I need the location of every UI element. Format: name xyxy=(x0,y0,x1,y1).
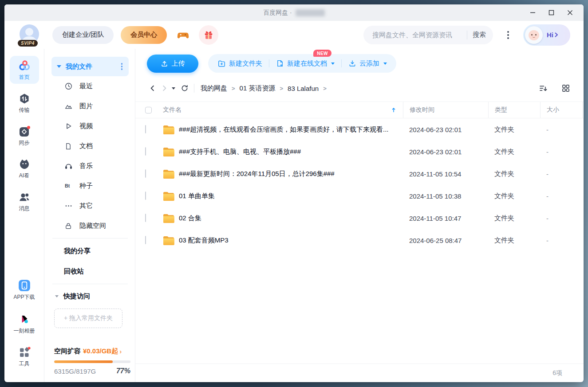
sidebar-item-recycle-bin[interactable]: 回收站 xyxy=(51,261,129,281)
column-size[interactable]: 大小 xyxy=(540,102,583,118)
doc-icon xyxy=(64,142,73,150)
sidebar-category[interactable]: 最近 xyxy=(51,76,129,96)
file-name[interactable]: 03 配套音频MP3 xyxy=(179,236,403,245)
rail-item[interactable]: 同步 xyxy=(10,122,39,149)
table-row[interactable]: 03 配套音频MP3 2024-06-25 08:47 文件夹 - xyxy=(135,229,584,251)
sidebar-category[interactable]: 图片 xyxy=(51,96,129,116)
chevron-right-icon: › xyxy=(119,348,122,355)
rail-item[interactable]: 消息 xyxy=(10,188,39,215)
column-type[interactable]: 类型 xyxy=(488,102,540,118)
my-files-menu-icon[interactable] xyxy=(119,61,125,72)
row-checkbox[interactable] xyxy=(145,125,146,133)
row-checkbox[interactable] xyxy=(145,147,146,156)
file-type: 文件夹 xyxy=(488,236,540,245)
maximize-button[interactable] xyxy=(542,4,560,21)
close-button[interactable] xyxy=(560,4,579,21)
photos-icon xyxy=(18,313,31,326)
lock-icon xyxy=(64,222,73,230)
new-folder-button[interactable]: 新建文件夹 xyxy=(211,54,269,73)
sidebar-category[interactable]: 其它 xyxy=(51,196,129,216)
new-online-doc-button[interactable]: NEW 新建在线文档 xyxy=(269,54,341,73)
table-row[interactable]: ###支持手机、电脑、电视、平板播放### 2024-06-23 02:01 文… xyxy=(135,141,584,163)
forward-button[interactable] xyxy=(158,82,170,94)
rail-item[interactable]: APP下载 xyxy=(10,276,39,304)
file-type: 文件夹 xyxy=(488,148,540,156)
rail-item[interactable]: 首页 xyxy=(10,56,39,84)
back-button[interactable] xyxy=(147,82,158,94)
app-window: 百度网盘 · SVIP4 创建企业/团队 会员中心 xyxy=(4,4,584,382)
file-name[interactable]: ###支持手机、电脑、电视、平板播放### xyxy=(179,148,403,156)
sidebar: 我的文件 最近 图片 视频 xyxy=(44,49,135,382)
new-folder-icon xyxy=(217,59,226,68)
create-team-button[interactable]: 创建企业/团队 xyxy=(52,26,114,44)
breadcrumb-item[interactable]: 01 英语资源 xyxy=(240,84,276,93)
rail-item[interactable]: 传输 xyxy=(10,90,39,117)
search-input[interactable] xyxy=(372,31,462,39)
rail-item[interactable]: 工具 xyxy=(10,343,39,370)
new-doc-icon xyxy=(276,59,284,67)
column-name[interactable]: 文件名 xyxy=(163,106,182,114)
select-all-checkbox[interactable] xyxy=(145,107,152,113)
history-dropdown-icon[interactable] xyxy=(172,87,175,90)
file-size: - xyxy=(540,215,583,222)
sidebar-category[interactable]: Bt 种子 xyxy=(51,176,129,196)
sidebar-category[interactable]: 音乐 xyxy=(51,156,129,176)
file-list: ###超清视频，在线观看会压缩画质，如果要画质好，请下载下来观看... 2024… xyxy=(135,118,584,251)
table-row[interactable]: ###超清视频，在线观看会压缩画质，如果要画质好，请下载下来观看... 2024… xyxy=(135,118,584,141)
expand-storage-link[interactable]: 空间扩容 ¥0.03/GB起 › xyxy=(54,347,126,356)
row-checkbox[interactable] xyxy=(145,214,146,222)
sidebar-category[interactable]: 文档 xyxy=(51,136,129,156)
row-checkbox[interactable] xyxy=(145,236,146,244)
row-checkbox[interactable] xyxy=(145,169,146,178)
more-icon xyxy=(64,202,73,210)
member-center-button[interactable]: 会员中心 xyxy=(121,26,167,44)
collapse-arrow-icon[interactable] xyxy=(57,65,61,68)
rail-item[interactable]: 一刻相册 xyxy=(10,309,39,337)
user-greeting-pill[interactable]: Hi xyxy=(523,24,570,46)
account-avatar[interactable]: SVIP4 xyxy=(20,24,41,46)
chevron-right-icon xyxy=(555,32,558,37)
minimize-button[interactable] xyxy=(523,4,542,21)
grid-view-icon[interactable] xyxy=(560,82,572,94)
breadcrumb-item[interactable]: 83 Lalafun xyxy=(288,85,319,92)
sidebar-item-my-share[interactable]: 我的分享 xyxy=(51,241,129,261)
file-name[interactable]: ###超清视频，在线观看会压缩画质，如果要画质好，请下载下来观看... xyxy=(179,125,403,134)
cloud-add-button[interactable]: 云添加 xyxy=(342,54,394,73)
more-menu-icon[interactable] xyxy=(505,28,512,42)
table-row[interactable]: 01 单曲单集 2024-11-05 10:38 文件夹 - xyxy=(135,185,584,207)
storage-panel: 空间扩容 ¥0.03/GB起 › 6315G/8197G 77% xyxy=(51,347,129,376)
sort-order-icon[interactable] xyxy=(537,82,550,95)
gift-icon[interactable] xyxy=(199,25,218,45)
column-modified[interactable]: 修改时间 xyxy=(403,102,488,118)
sidebar-item-my-files[interactable]: 我的文件 xyxy=(51,57,129,76)
refresh-button[interactable] xyxy=(179,82,190,94)
netdisk-logo-icon xyxy=(18,59,31,72)
table-row[interactable]: 02 合集 2024-11-05 10:47 文件夹 - xyxy=(135,207,584,229)
sidebar-category[interactable]: 视频 xyxy=(51,116,129,136)
folder-icon xyxy=(163,191,175,201)
file-name[interactable]: 01 单曲单集 xyxy=(179,192,403,200)
sidebar-category[interactable]: 隐藏空间 xyxy=(51,216,129,236)
breadcrumb-item[interactable]: 我的网盘 xyxy=(201,84,227,93)
file-size: - xyxy=(540,148,583,156)
row-checkbox[interactable] xyxy=(145,192,146,200)
sidebar-item-quick-access[interactable]: 快捷访问 xyxy=(51,286,129,306)
titlebar[interactable]: 百度网盘 · xyxy=(4,4,584,21)
new-badge: NEW xyxy=(313,50,331,57)
favorite-folder-drop-zone[interactable]: + 拖入常用文件夹 xyxy=(54,309,122,328)
folder-icon xyxy=(163,125,175,135)
file-name[interactable]: 02 合集 xyxy=(179,214,403,223)
collapse-arrow-icon[interactable] xyxy=(55,295,59,297)
game-icon[interactable] xyxy=(173,25,193,45)
storage-progress-bar xyxy=(54,360,130,363)
storage-percent: 77% xyxy=(116,367,130,375)
sort-asc-icon[interactable] xyxy=(391,107,397,113)
search-box: 搜索 xyxy=(363,26,493,44)
svip-badge: SVIP4 xyxy=(18,40,38,47)
file-type: 文件夹 xyxy=(488,125,540,134)
rail-item[interactable]: AI看 xyxy=(10,155,39,182)
file-name[interactable]: ###最新更新时间：2024年11月05日，总计296集### xyxy=(179,170,403,178)
table-row[interactable]: ###最新更新时间：2024年11月05日，总计296集### 2024-11-… xyxy=(135,163,584,185)
search-button[interactable]: 搜索 xyxy=(473,31,486,39)
upload-button[interactable]: 上传 xyxy=(147,55,198,73)
